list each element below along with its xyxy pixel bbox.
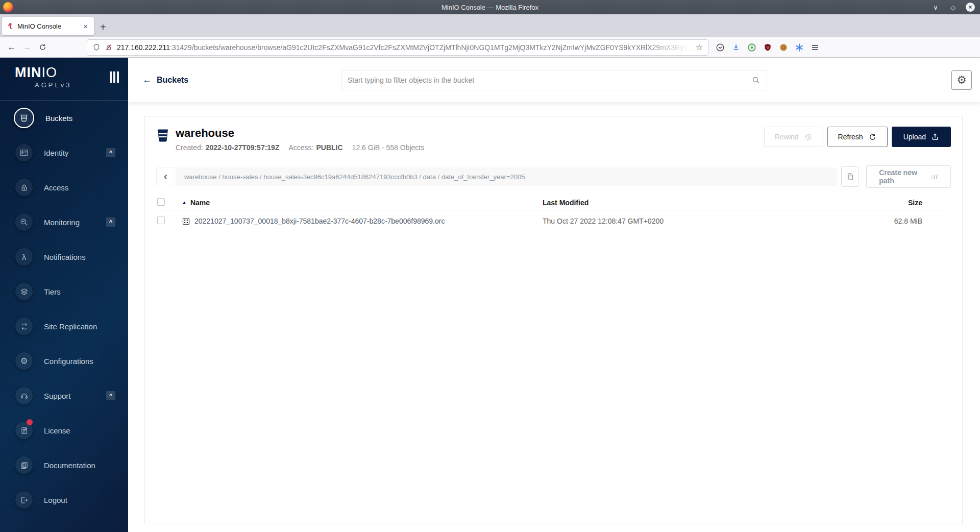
- bucket-access: Access:PUBLIC: [288, 143, 342, 152]
- ublock-icon[interactable]: u: [763, 43, 772, 52]
- identity-icon: [15, 144, 33, 161]
- object-name-cell[interactable]: 20221027_100737_00018_b8xji-7581bae2-377…: [182, 217, 543, 226]
- tab-minio-console[interactable]: MinIO Console ×: [2, 17, 94, 35]
- select-all-checkbox[interactable]: [157, 198, 165, 206]
- column-header-name[interactable]: ▲ Name: [182, 199, 543, 207]
- tab-title: MinIO Console: [17, 22, 77, 30]
- sidebar-item-site-replication[interactable]: Site Replication: [0, 309, 128, 344]
- logo-light: IO: [42, 65, 58, 80]
- browser-reload-button[interactable]: [35, 40, 50, 55]
- browse-toolbar: ‹ warehouse / house-sales / house_sales-…: [156, 165, 951, 188]
- refresh-button[interactable]: Refresh: [827, 127, 888, 147]
- sidebar-item-label: Buckets: [45, 114, 72, 123]
- bucket-usage: 12.6 GiB - 558 Objects: [352, 143, 425, 152]
- refresh-icon: [868, 133, 877, 141]
- path-slashes-icon: ://: [930, 173, 938, 181]
- sidebar-item-identity[interactable]: Identity ^: [0, 135, 128, 170]
- url-bar[interactable]: 217.160.222.211:31429/buckets/warehouse/…: [87, 39, 708, 56]
- sidebar-item-tiers[interactable]: Tiers: [0, 274, 128, 309]
- sidebar-collapse-icon[interactable]: [110, 71, 119, 83]
- window-minimize-button[interactable]: ∨: [931, 3, 940, 12]
- object-filter-search[interactable]: [341, 70, 767, 90]
- menu-hamburger-icon[interactable]: [811, 43, 820, 52]
- new-tab-button[interactable]: +: [94, 21, 112, 33]
- minio-favicon-icon: [6, 22, 13, 30]
- create-new-path-button[interactable]: Create new path ://: [866, 165, 951, 188]
- firefox-logo-icon: [3, 2, 13, 12]
- identity-collapse-caret-icon[interactable]: ^: [106, 148, 115, 157]
- buckets-icon: [14, 108, 34, 128]
- search-input[interactable]: [348, 76, 751, 84]
- sidebar: MINIO AGPLv3 Buckets Identity ^: [0, 58, 128, 532]
- bucket-created: Created:2022-10-27T09:57:19Z: [176, 143, 279, 152]
- path-back-button[interactable]: ‹: [156, 167, 175, 186]
- bucket-settings-button[interactable]: ⚙: [951, 70, 972, 90]
- sidebar-item-notifications[interactable]: λ Notifications: [0, 239, 128, 274]
- objects-table: ▲ Name Last Modified Size 20221027_10073…: [156, 195, 951, 232]
- bucket-meta: Created:2022-10-27T09:57:19Z Access:PUBL…: [176, 143, 424, 152]
- sidebar-menu: Buckets Identity ^ Access Monitoring: [0, 101, 128, 517]
- window-title: MinIO Console — Mozilla Firefox: [0, 4, 980, 11]
- sidebar-item-documentation[interactable]: Documentation: [0, 448, 128, 482]
- object-size-cell: 62.8 MiB: [890, 217, 951, 225]
- download-icon[interactable]: [731, 43, 741, 52]
- breadcrumb[interactable]: warehouse / house-sales / house_sales-3e…: [176, 167, 837, 186]
- browser-toolbar: ← → 217.160.222.211:31429/buckets/wareho…: [0, 37, 980, 58]
- refresh-label: Refresh: [838, 133, 863, 141]
- sidebar-item-label: Notifications: [44, 253, 86, 261]
- rewind-label: Rewind: [775, 133, 799, 141]
- sidebar-item-logout[interactable]: Logout: [0, 482, 128, 517]
- minio-console-app: MINIO AGPLv3 Buckets Identity ^: [0, 58, 980, 532]
- sidebar-item-buckets[interactable]: Buckets: [0, 101, 128, 135]
- extension-green-icon[interactable]: [747, 43, 756, 52]
- main-content: ← Buckets ⚙ warehouse Created:2022-10-27…: [128, 58, 980, 532]
- asterisk-extension-icon[interactable]: [795, 43, 804, 52]
- search-icon: [751, 76, 761, 85]
- bucket-actions: Rewind Refresh Upload: [764, 127, 951, 147]
- insecure-lock-icon[interactable]: [105, 43, 113, 52]
- sidebar-item-license[interactable]: License: [0, 413, 128, 448]
- window-close-button[interactable]: ×: [966, 3, 975, 12]
- sidebar-item-support[interactable]: Support ^: [0, 378, 128, 413]
- tab-close-icon[interactable]: ×: [81, 22, 90, 31]
- page-title: Buckets: [157, 76, 188, 85]
- sidebar-item-label: License: [44, 426, 70, 435]
- bucket-browser-card: warehouse Created:2022-10-27T09:57:19Z A…: [144, 116, 963, 524]
- cookie-extension-icon[interactable]: [779, 43, 788, 52]
- bookmark-star-icon[interactable]: ☆: [696, 42, 703, 52]
- copy-icon: [846, 172, 855, 181]
- sidebar-item-monitoring[interactable]: Monitoring ^: [0, 205, 128, 239]
- pocket-icon[interactable]: [716, 43, 725, 52]
- tab-strip: MinIO Console × +: [0, 14, 980, 37]
- sidebar-item-label: Documentation: [44, 461, 95, 470]
- copy-path-button[interactable]: [841, 166, 859, 187]
- window-maximize-button[interactable]: ◇: [948, 3, 958, 12]
- create-path-label: Create new path: [879, 168, 925, 185]
- object-name: 20221027_100737_00018_b8xji-7581bae2-377…: [194, 217, 445, 225]
- chevron-left-icon: ‹: [164, 170, 167, 183]
- sidebar-item-label: Site Replication: [44, 322, 97, 331]
- tracking-shield-icon[interactable]: [92, 43, 101, 52]
- support-collapse-caret-icon[interactable]: ^: [106, 391, 115, 400]
- reload-icon: [38, 43, 47, 52]
- column-header-last-modified[interactable]: Last Modified: [543, 199, 890, 207]
- browser-back-button[interactable]: ←: [4, 40, 19, 55]
- bucket-icon: [157, 129, 168, 142]
- tiers-layers-icon: [15, 283, 33, 300]
- sort-ascending-icon: ▲: [182, 200, 187, 205]
- monitoring-collapse-caret-icon[interactable]: ^: [106, 217, 115, 227]
- back-to-buckets-link[interactable]: ← Buckets: [142, 75, 188, 85]
- browser-forward-button[interactable]: →: [19, 40, 35, 55]
- rewind-icon: [804, 133, 813, 141]
- sidebar-item-configurations[interactable]: ⚙ Configurations: [0, 344, 128, 378]
- table-row[interactable]: 20221027_100737_00018_b8xji-7581bae2-377…: [156, 210, 951, 232]
- rewind-button[interactable]: Rewind: [764, 127, 823, 147]
- upload-button[interactable]: Upload: [892, 127, 951, 147]
- column-header-size[interactable]: Size: [890, 199, 951, 207]
- sidebar-item-access[interactable]: Access: [0, 170, 128, 205]
- window-titlebar: MinIO Console — Mozilla Firefox ∨ ◇ ×: [0, 0, 980, 14]
- documentation-icon: [15, 456, 33, 474]
- headset-icon: [15, 387, 33, 404]
- row-checkbox[interactable]: [157, 216, 165, 224]
- object-file-icon: [182, 217, 190, 226]
